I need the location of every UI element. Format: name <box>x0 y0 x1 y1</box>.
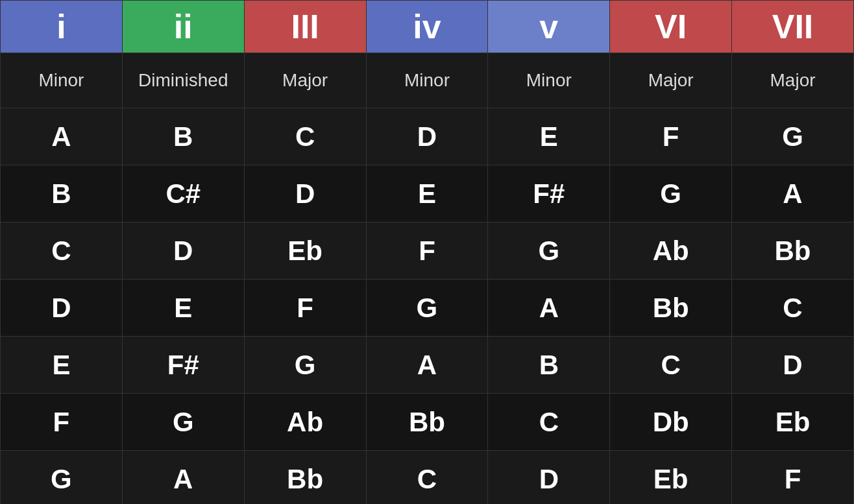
table-row: DEFGABbC <box>1 280 854 337</box>
table-cell: F <box>366 222 488 280</box>
table-cell: G <box>732 108 854 165</box>
table-cell: D <box>244 165 366 222</box>
quality-i: Minor <box>1 53 123 108</box>
table-cell: C <box>488 394 610 451</box>
table-row: GABbCDEbF <box>1 451 854 505</box>
table-cell: B <box>122 108 244 165</box>
table-cell: Ab <box>244 394 366 451</box>
table-cell: D <box>366 108 488 165</box>
quality-vii: Major <box>732 53 854 108</box>
table-cell: E <box>1 337 123 394</box>
table-cell: Bb <box>244 451 366 505</box>
table-cell: Bb <box>610 280 732 337</box>
table-cell: G <box>244 337 366 394</box>
table-cell: D <box>732 337 854 394</box>
table-cell: Eb <box>732 394 854 451</box>
table-cell: A <box>488 280 610 337</box>
header-vii: VII <box>732 1 854 53</box>
chord-table: iiiIIIivvVIVII MinorDiminishedMajorMinor… <box>0 0 854 504</box>
table-cell: G <box>610 165 732 222</box>
quality-row: MinorDiminishedMajorMinorMinorMajorMajor <box>1 53 854 108</box>
table-cell: A <box>122 451 244 505</box>
table-cell: F <box>1 394 123 451</box>
table-cell: Db <box>610 394 732 451</box>
table-cell: Eb <box>244 222 366 280</box>
table-cell: C <box>732 280 854 337</box>
table-cell: E <box>122 280 244 337</box>
table-cell: F <box>244 280 366 337</box>
quality-vi: Major <box>610 53 732 108</box>
table-cell: Ab <box>610 222 732 280</box>
table-cell: C <box>244 108 366 165</box>
table-cell: E <box>488 108 610 165</box>
header-v: v <box>488 1 610 53</box>
table-cell: C# <box>122 165 244 222</box>
table-row: BC#DEF#GA <box>1 165 854 222</box>
header-i: i <box>1 1 123 53</box>
header-row: iiiIIIivvVIVII <box>1 1 854 53</box>
quality-ii: Diminished <box>122 53 244 108</box>
header-iv: iv <box>366 1 488 53</box>
header-iii: III <box>244 1 366 53</box>
quality-iii: Major <box>244 53 366 108</box>
table-row: ABCDEFG <box>1 108 854 165</box>
table-row: FGAbBbCDbEb <box>1 394 854 451</box>
table-cell: A <box>366 337 488 394</box>
table-row: CDEbFGAbBb <box>1 222 854 280</box>
table-cell: G <box>122 394 244 451</box>
table-cell: F <box>610 108 732 165</box>
table-cell: A <box>1 108 123 165</box>
table-row: EF#GABCD <box>1 337 854 394</box>
table-cell: G <box>366 280 488 337</box>
table-cell: F# <box>122 337 244 394</box>
quality-v: Minor <box>488 53 610 108</box>
table-cell: E <box>366 165 488 222</box>
table-cell: D <box>1 280 123 337</box>
table-cell: F# <box>488 165 610 222</box>
quality-iv: Minor <box>366 53 488 108</box>
table-cell: B <box>488 337 610 394</box>
table-cell: D <box>488 451 610 505</box>
header-vi: VI <box>610 1 732 53</box>
table-cell: Eb <box>610 451 732 505</box>
table-cell: C <box>366 451 488 505</box>
table-cell: F <box>732 451 854 505</box>
table-cell: G <box>1 451 123 505</box>
table-cell: G <box>488 222 610 280</box>
table-cell: Bb <box>732 222 854 280</box>
table-cell: C <box>610 337 732 394</box>
header-ii: ii <box>122 1 244 53</box>
table-cell: D <box>122 222 244 280</box>
table-cell: B <box>1 165 123 222</box>
table-cell: A <box>732 165 854 222</box>
table-cell: Bb <box>366 394 488 451</box>
table-cell: C <box>1 222 123 280</box>
